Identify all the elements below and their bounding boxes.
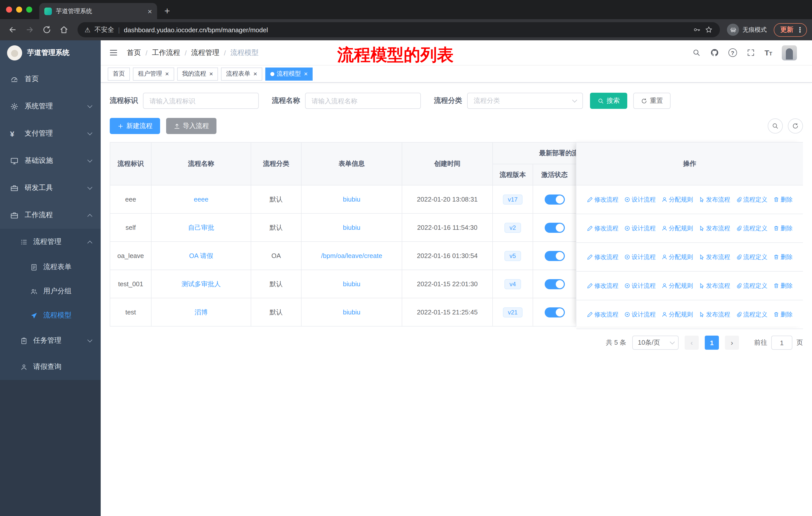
sidebar-item-process-form[interactable]: 流程表单	[0, 255, 101, 279]
sidebar-item-system[interactable]: 系统管理	[0, 93, 101, 120]
process-name-link[interactable]: OA 请假	[189, 252, 213, 259]
action-assign-link[interactable]: 分配规则	[661, 281, 693, 290]
back-icon[interactable]	[5, 22, 20, 37]
tag-close-icon[interactable]: ×	[253, 71, 257, 77]
action-design-link[interactable]: 设计流程	[624, 310, 656, 319]
browser-menu-icon[interactable]: ⋮	[796, 26, 804, 34]
tag-item-4[interactable]: 流程模型×	[265, 67, 313, 80]
prev-page-button[interactable]: ‹	[685, 335, 699, 350]
action-definition-link[interactable]: 流程定义	[736, 253, 767, 261]
action-edit-link[interactable]: 修改流程	[587, 281, 618, 290]
sidebar-item-workflow[interactable]: 工作流程	[0, 201, 101, 229]
form-info-link[interactable]: /bpm/oa/leave/create	[321, 252, 382, 260]
process-name-link[interactable]: 自己审批	[188, 223, 214, 231]
action-edit-link[interactable]: 修改流程	[587, 224, 618, 233]
status-toggle[interactable]	[545, 194, 564, 204]
window-maximize-button[interactable]	[26, 6, 32, 12]
breadcrumb-item[interactable]: 首页	[127, 48, 141, 57]
action-publish-link[interactable]: 发布流程	[698, 281, 730, 290]
tag-close-icon[interactable]: ×	[209, 71, 213, 77]
update-button[interactable]: 更新 ⋮	[774, 23, 807, 36]
status-toggle[interactable]	[545, 251, 564, 261]
page-size-select[interactable]: 10条/页	[632, 335, 678, 350]
tab-close-icon[interactable]: ×	[147, 7, 152, 15]
security-warning-icon[interactable]: ⚠	[85, 26, 90, 33]
user-avatar[interactable]	[782, 45, 797, 60]
goto-page-input[interactable]	[771, 335, 792, 350]
show-search-button[interactable]	[768, 118, 783, 134]
category-select[interactable]: 流程分类	[467, 93, 583, 109]
process-name-link[interactable]: 测试多审批人	[181, 280, 221, 288]
action-publish-link[interactable]: 发布流程	[698, 224, 730, 233]
tag-item-2[interactable]: 我的流程×	[177, 67, 218, 80]
status-toggle[interactable]	[545, 279, 564, 289]
action-definition-link[interactable]: 流程定义	[736, 310, 767, 319]
action-definition-link[interactable]: 流程定义	[736, 281, 767, 290]
font-size-icon[interactable]: TT	[764, 48, 772, 57]
action-assign-link[interactable]: 分配规则	[661, 253, 693, 261]
page-number-current[interactable]: 1	[705, 335, 719, 350]
status-toggle[interactable]	[545, 222, 564, 233]
create-process-button[interactable]: 新建流程	[110, 118, 160, 134]
incognito-profile-chip[interactable]: 无痕模式	[726, 23, 772, 37]
action-assign-link[interactable]: 分配规则	[661, 195, 693, 204]
tag-close-icon[interactable]: ×	[304, 71, 308, 77]
new-tab-button[interactable]: +	[160, 4, 174, 18]
search-button[interactable]: 搜索	[590, 93, 627, 109]
action-delete-link[interactable]: 删除	[773, 253, 793, 261]
action-publish-link[interactable]: 发布流程	[698, 195, 730, 204]
form-info-link[interactable]: biubiu	[343, 308, 360, 316]
sidebar-item-payment[interactable]: ¥ 支付管理	[0, 120, 101, 147]
action-assign-link[interactable]: 分配规则	[661, 224, 693, 233]
tag-item-1[interactable]: 租户管理×	[133, 67, 174, 80]
action-design-link[interactable]: 设计流程	[624, 281, 656, 290]
process-key-input[interactable]	[143, 93, 259, 109]
tag-item-0[interactable]: 首页	[108, 67, 130, 80]
sidebar-item-task-mgmt[interactable]: 任务管理	[0, 328, 101, 354]
reset-button[interactable]: 重置	[633, 93, 671, 109]
sidebar-item-devtools[interactable]: 研发工具	[0, 174, 101, 201]
sidebar-item-infra[interactable]: 基础设施	[0, 147, 101, 174]
tag-close-icon[interactable]: ×	[165, 71, 169, 77]
sidebar-item-process-model[interactable]: 流程模型	[0, 303, 101, 328]
breadcrumb-item[interactable]: 工作流程	[152, 48, 180, 57]
status-toggle[interactable]	[545, 307, 564, 317]
bookmark-star-icon[interactable]	[705, 26, 713, 34]
help-icon[interactable]: ?	[728, 48, 737, 57]
action-design-link[interactable]: 设计流程	[624, 253, 656, 261]
key-icon[interactable]	[693, 26, 701, 34]
action-delete-link[interactable]: 删除	[773, 195, 793, 204]
next-page-button[interactable]: ›	[725, 335, 739, 350]
action-design-link[interactable]: 设计流程	[624, 195, 656, 204]
sidebar-item-home[interactable]: 首页	[0, 65, 101, 93]
action-definition-link[interactable]: 流程定义	[736, 224, 767, 233]
window-minimize-button[interactable]	[16, 6, 22, 12]
action-design-link[interactable]: 设计流程	[624, 224, 656, 233]
fullscreen-icon[interactable]	[746, 48, 755, 57]
action-edit-link[interactable]: 修改流程	[587, 310, 618, 319]
action-edit-link[interactable]: 修改流程	[587, 253, 618, 261]
action-delete-link[interactable]: 删除	[773, 310, 793, 319]
home-icon[interactable]	[56, 22, 71, 37]
action-definition-link[interactable]: 流程定义	[736, 195, 767, 204]
action-publish-link[interactable]: 发布流程	[698, 310, 730, 319]
forward-icon[interactable]	[22, 22, 37, 37]
import-process-button[interactable]: 导入流程	[166, 118, 216, 134]
tag-item-3[interactable]: 流程表单×	[221, 67, 262, 80]
process-name-link[interactable]: 滔博	[195, 308, 208, 316]
form-info-link[interactable]: biubiu	[343, 224, 360, 231]
action-edit-link[interactable]: 修改流程	[587, 195, 618, 204]
search-icon[interactable]	[692, 48, 700, 57]
action-assign-link[interactable]: 分配规则	[661, 310, 693, 319]
breadcrumb-item[interactable]: 流程管理	[191, 48, 220, 57]
action-delete-link[interactable]: 删除	[773, 281, 793, 290]
form-info-link[interactable]: biubiu	[343, 280, 360, 288]
refresh-table-button[interactable]	[788, 118, 803, 134]
browser-tab[interactable]: 芋道管理系统 ×	[39, 3, 157, 19]
action-delete-link[interactable]: 删除	[773, 224, 793, 233]
sidebar-item-leave-query[interactable]: 请假查询	[0, 354, 101, 380]
process-name-link[interactable]: eeee	[194, 195, 208, 203]
github-icon[interactable]	[710, 48, 719, 57]
address-bar[interactable]: ⚠ 不安全 | dashboard.yudao.iocoder.cn/bpm/m…	[78, 22, 720, 37]
form-info-link[interactable]: biubiu	[343, 195, 360, 203]
